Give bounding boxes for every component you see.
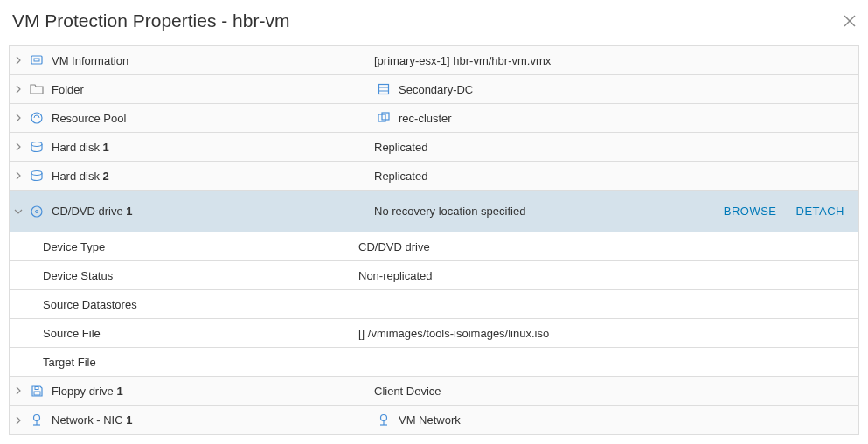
network-icon [27,413,46,427]
network-icon [374,413,393,427]
row-label: Network - NIC 1 [52,413,132,427]
row-hard-disk-1[interactable]: Hard disk 1 Replicated [10,133,858,162]
row-folder[interactable]: Folder Secondary-DC [10,75,858,104]
row-vm-information[interactable]: VM Information [primary-esx-1] hbr-vm/hb… [10,46,858,75]
dialog-title: VM Protection Properties - hbr-vm [12,10,289,31]
detail-value: CD/DVD drive [358,240,430,253]
chevron-down-icon [10,208,27,215]
chevron-right-icon [10,114,27,122]
detail-device-type: Device Type CD/DVD drive [10,232,858,261]
properties-table: VM Information [primary-esx-1] hbr-vm/hb… [9,45,859,435]
row-label: Folder [52,83,84,96]
detail-label: Source Datastores [43,298,137,311]
close-icon [844,15,856,27]
svg-point-12 [31,206,42,217]
row-value: rec-cluster [399,112,452,125]
datacenter-icon [374,83,393,95]
close-button[interactable] [844,15,856,27]
row-value: VM Network [399,413,461,427]
chevron-right-icon [10,142,27,151]
folder-icon [27,83,46,95]
detail-target-file: Target File [10,348,858,377]
svg-rect-2 [31,56,42,64]
row-cd-dvd-drive-1[interactable]: CD/DVD drive 1 No recovery location spec… [10,191,858,232]
row-label: Hard disk 1 [52,141,109,154]
row-value: Client Device [374,385,441,398]
chevron-right-icon [10,171,27,180]
detach-button[interactable]: DETACH [796,205,844,218]
svg-point-13 [36,210,38,212]
detail-value: [] /vmimages/tools-isoimages/linux.iso [358,327,549,340]
row-value: Replicated [374,170,427,183]
chevron-right-icon [10,386,27,395]
svg-point-11 [31,171,42,176]
row-label: Resource Pool [52,112,126,125]
row-value: [primary-esx-1] hbr-vm/hbr-vm.vmx [374,54,551,67]
svg-point-7 [31,113,42,123]
detail-device-status: Device Status Non-replicated [10,261,858,290]
svg-rect-3 [34,59,39,61]
row-resource-pool[interactable]: Resource Pool rec-cluster [10,104,858,133]
vm-icon [27,53,46,67]
svg-rect-14 [34,392,40,395]
row-label: CD/DVD drive 1 [52,205,132,218]
svg-rect-15 [35,386,38,389]
chevron-right-icon [10,56,27,65]
chevron-right-icon [10,85,27,94]
detail-value: Non-replicated [358,269,433,282]
resource-pool-icon [27,111,46,125]
svg-point-16 [34,414,40,420]
row-floppy-drive-1[interactable]: Floppy drive 1 Client Device [10,377,858,406]
row-value: No recovery location specified [374,205,525,218]
cd-dvd-icon [27,205,46,219]
chevron-right-icon [10,416,27,425]
row-value: Secondary-DC [399,83,473,96]
hard-disk-icon [27,141,46,153]
browse-button[interactable]: BROWSE [724,205,777,218]
detail-label: Device Status [43,269,113,282]
hard-disk-icon [27,170,46,182]
row-label: Floppy drive 1 [52,385,123,398]
detail-label: Device Type [43,240,105,253]
row-label: Hard disk 2 [52,170,109,183]
detail-source-datastores: Source Datastores [10,290,858,319]
row-value: Replicated [374,141,427,154]
row-network-nic-1[interactable]: Network - NIC 1 VM Network [10,406,858,434]
row-label: VM Information [52,54,128,67]
svg-point-10 [31,142,42,147]
detail-source-file: Source File [] /vmimages/tools-isoimages… [10,319,858,348]
detail-label: Source File [43,327,101,340]
cluster-icon [374,112,393,124]
row-hard-disk-2[interactable]: Hard disk 2 Replicated [10,162,858,191]
svg-rect-4 [379,85,389,94]
floppy-icon [27,385,46,398]
detail-label: Target File [43,356,96,369]
svg-point-19 [381,414,387,420]
